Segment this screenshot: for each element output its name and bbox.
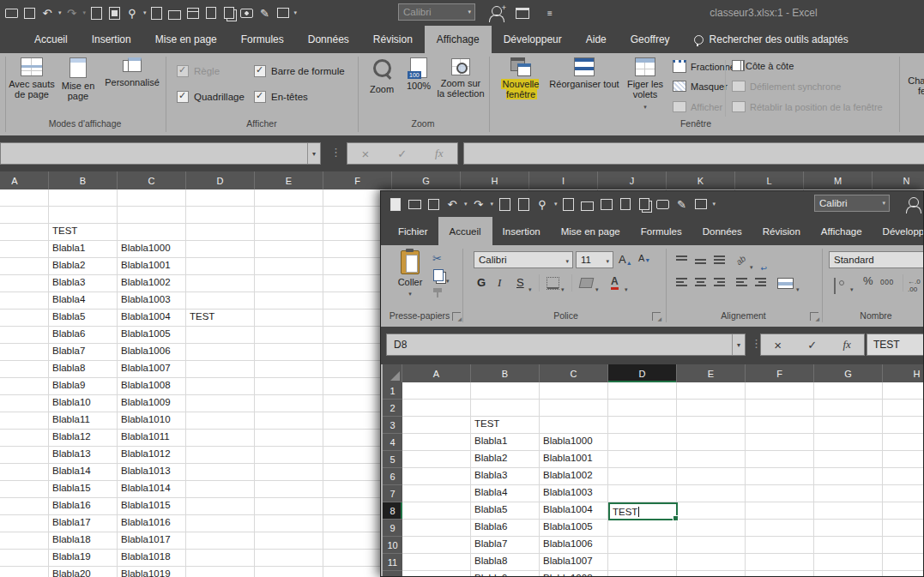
cell[interactable]: Blabla14 <box>49 464 118 481</box>
underline-caret[interactable] <box>528 279 532 295</box>
cell[interactable] <box>677 400 746 417</box>
tab-donnees[interactable]: Données <box>692 217 752 245</box>
cell[interactable] <box>186 189 255 207</box>
edit-document-icon[interactable] <box>497 195 512 213</box>
column-header[interactable]: E <box>677 364 746 382</box>
open-folder-icon[interactable] <box>407 195 422 213</box>
cell[interactable] <box>608 417 677 434</box>
cell[interactable] <box>608 485 677 502</box>
cell[interactable] <box>186 481 255 498</box>
cell[interactable] <box>746 554 814 571</box>
cell[interactable] <box>255 224 323 241</box>
cell[interactable] <box>0 378 49 395</box>
decrease-indent-icon[interactable] <box>736 276 747 288</box>
cell[interactable] <box>814 434 883 451</box>
cell[interactable] <box>0 189 49 207</box>
tab-mise-en-page[interactable]: Mise en page <box>143 26 229 53</box>
cell[interactable] <box>0 550 49 567</box>
font-color-icon[interactable]: A <box>611 276 619 290</box>
cell[interactable]: Blabla1003 <box>540 485 608 502</box>
merge-center-caret[interactable] <box>796 279 800 295</box>
align-right-icon[interactable] <box>714 276 725 288</box>
cell[interactable]: Blabla9 <box>49 378 118 395</box>
cell[interactable] <box>814 451 883 468</box>
zoom-100-button[interactable]: 100 100% <box>402 57 436 91</box>
cell[interactable]: Blabla4 <box>49 292 118 310</box>
copy-sheets-icon[interactable] <box>637 195 652 213</box>
cell[interactable]: TEST <box>49 224 118 241</box>
column-header[interactable]: G <box>814 364 883 382</box>
cell[interactable] <box>255 464 323 481</box>
column-header[interactable]: A <box>0 171 49 189</box>
cell[interactable] <box>255 310 323 327</box>
borders-icon[interactable] <box>547 277 559 290</box>
tab-mise-en-page[interactable]: Mise en page <box>551 217 631 245</box>
cell[interactable] <box>402 520 471 537</box>
cut-icon[interactable] <box>432 250 442 266</box>
cell[interactable] <box>883 537 923 554</box>
cell[interactable]: Blabla1017 <box>118 532 186 550</box>
orientation-icon[interactable]: ab <box>734 254 748 267</box>
cell[interactable] <box>118 207 186 224</box>
tab-developpeur[interactable]: Développeur <box>492 26 574 53</box>
cell[interactable]: Blabla1006 <box>540 537 608 554</box>
cell[interactable] <box>471 382 540 400</box>
side-by-side-button[interactable]: Côte à côte <box>732 60 794 71</box>
column-header[interactable]: A <box>402 364 471 382</box>
tab-revision[interactable]: Révision <box>752 217 811 245</box>
merge-center-icon[interactable] <box>777 278 794 289</box>
cell[interactable] <box>186 532 255 550</box>
tab-affichage[interactable]: Affichage <box>811 217 873 245</box>
cell[interactable] <box>814 485 883 502</box>
column-header[interactable]: K <box>667 171 735 189</box>
cell[interactable] <box>883 451 923 468</box>
cell[interactable] <box>814 400 883 417</box>
cell[interactable]: Blabla6 <box>471 520 540 537</box>
cell[interactable] <box>402 417 471 434</box>
cell[interactable]: Blabla1009 <box>118 395 186 412</box>
cell[interactable]: Blabla1002 <box>540 468 608 485</box>
redo-icon[interactable]: ↷ <box>64 4 80 21</box>
refresh-document-icon[interactable] <box>149 4 165 21</box>
cell[interactable] <box>0 241 49 258</box>
font-name-combo[interactable]: Calibri <box>474 251 573 268</box>
paste-caret[interactable] <box>408 287 412 298</box>
cell[interactable] <box>255 275 323 292</box>
cell[interactable]: Blabla1005 <box>540 520 608 537</box>
tab-accueil[interactable]: Accueil <box>22 26 80 53</box>
cell[interactable]: Blabla1001 <box>540 451 608 468</box>
cell[interactable] <box>0 430 49 447</box>
gridlines-checkbox[interactable]: Quadrillage <box>177 91 245 103</box>
cell[interactable] <box>255 207 323 224</box>
insert-function-icon[interactable] <box>842 338 850 352</box>
cell[interactable] <box>746 468 814 485</box>
cell[interactable] <box>186 275 255 292</box>
cell[interactable] <box>0 361 49 378</box>
column-header[interactable]: I <box>529 171 598 189</box>
search-icon[interactable]: ⚲ <box>534 195 550 213</box>
cell[interactable] <box>255 292 323 310</box>
cell[interactable]: Blabla1018 <box>118 550 186 567</box>
cell[interactable] <box>186 378 255 395</box>
table-edit-caret[interactable] <box>713 201 716 207</box>
hide-button[interactable]: Masquer <box>673 81 728 92</box>
cell[interactable] <box>255 378 323 395</box>
undo-icon[interactable]: ↶ <box>444 195 460 213</box>
row-header[interactable]: 7 <box>383 485 402 502</box>
refresh-document-icon[interactable] <box>561 195 577 213</box>
printer-icon[interactable] <box>580 195 595 213</box>
qat-font-caret[interactable] <box>468 9 474 15</box>
child-formula-input[interactable]: TEST <box>867 334 924 356</box>
row-header[interactable]: 12 <box>383 571 402 576</box>
cell[interactable] <box>118 224 186 241</box>
cell[interactable]: Blabla20 <box>49 567 118 577</box>
cell[interactable] <box>402 571 471 576</box>
comma-style-icon[interactable]: 000 <box>880 278 894 286</box>
paste-button[interactable]: Coller <box>391 250 429 298</box>
cancel-icon[interactable] <box>361 147 369 161</box>
row-header[interactable]: 3 <box>383 417 402 434</box>
cell[interactable] <box>0 327 49 344</box>
cell[interactable] <box>186 567 255 577</box>
fill-color-icon[interactable] <box>579 278 595 288</box>
clipboard-dialog-launcher[interactable] <box>452 312 461 321</box>
